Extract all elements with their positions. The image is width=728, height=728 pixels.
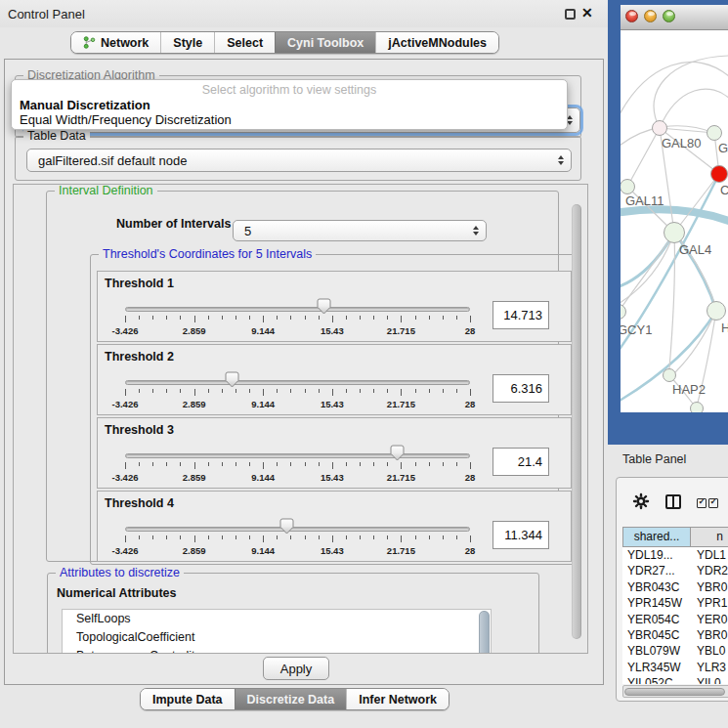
network-window-titlebar[interactable]: [621, 5, 728, 30]
node-label-gal4: GAL4: [679, 242, 711, 257]
tab-style[interactable]: Style: [160, 32, 214, 53]
threshold-value-field[interactable]: 14.713: [492, 301, 549, 329]
checked-checkbox-icon[interactable]: [708, 498, 718, 508]
table-row[interactable]: YDL19...YDL1: [622, 547, 728, 563]
tab-jactivemnodules[interactable]: jActiveMNodules: [375, 32, 498, 53]
slider-tick-label: 28: [465, 472, 476, 483]
apply-button[interactable]: Apply: [263, 657, 329, 680]
cell-name: YDL1: [691, 547, 726, 563]
screen: Control Panel ✕ NetworkStyleSelectCyni T…: [0, 0, 728, 728]
settings-scrollbar[interactable]: [572, 204, 581, 639]
list-item-betweennesscentrality[interactable]: BetweennessCentrality: [63, 647, 491, 654]
close-traffic-light-icon[interactable]: [625, 10, 638, 22]
threshold-value-field[interactable]: 6.316: [492, 374, 549, 403]
cell-shared-name: YLR345W: [622, 660, 691, 675]
slider-tick-label: 2.859: [183, 325, 206, 336]
panel-title: Control Panel: [8, 7, 85, 21]
slider-track[interactable]: [125, 380, 470, 385]
network-canvas[interactable]: GAL80GACGAL11GAL4GCY1HHAP2: [621, 30, 728, 412]
slider-thumb[interactable]: [279, 518, 294, 535]
attributes-group: Attributes to discretize Numerical Attri…: [47, 573, 539, 654]
column-header-shared-name[interactable]: shared...: [622, 527, 691, 547]
cell-shared-name: YBL079W: [622, 643, 691, 659]
slider-ticks: [125, 389, 470, 397]
network-node-gal4[interactable]: [664, 222, 685, 243]
cell-name: YBL0: [691, 643, 725, 659]
cell-name: YPR1: [691, 595, 727, 611]
scrollbar-thumb[interactable]: [624, 688, 725, 696]
zoom-traffic-light-icon[interactable]: [663, 10, 675, 22]
slider-ticks: [125, 462, 470, 470]
number-of-intervals-value: 5: [244, 224, 251, 238]
network-node-ga[interactable]: [707, 125, 722, 141]
close-icon[interactable]: ✕: [581, 5, 593, 21]
popup-option-equal-width-frequency[interactable]: Equal Width/Frequency Discretization: [20, 112, 232, 127]
slider-tick-label: 28: [465, 325, 476, 336]
threshold-row: Threshold 4-3.4262.8599.14415.4321.71528…: [97, 491, 572, 562]
slider-track[interactable]: [125, 453, 470, 458]
table-row[interactable]: YIL052CYIL0: [622, 675, 728, 684]
table-row[interactable]: YDR27...YDR2: [622, 563, 728, 578]
gear-icon[interactable]: [632, 492, 650, 514]
tab-cyni-toolbox[interactable]: Cyni Toolbox: [275, 32, 375, 53]
list-item-topologicalcoefficient[interactable]: TopologicalCoefficient: [63, 628, 491, 647]
table-horizontal-scrollbar[interactable]: [622, 685, 728, 698]
threshold-label: Threshold 2: [105, 350, 174, 364]
popup-option-manual-discretization[interactable]: Manual Discretization: [20, 98, 150, 112]
list-scrollbar[interactable]: [479, 611, 490, 654]
slider-tick-label: 2.859: [183, 545, 206, 556]
threshold-value-field[interactable]: 21.4: [492, 448, 549, 476]
slider-tick-label: 9.144: [251, 325, 275, 336]
network-node-hap2[interactable]: [663, 368, 676, 382]
split-columns-icon[interactable]: [665, 494, 681, 509]
slider-ticks: [125, 535, 470, 543]
table-row[interactable]: YLR345WYLR3: [622, 660, 728, 675]
table-data-combo[interactable]: galFiltered.sif default node: [26, 149, 572, 172]
list-item-selfloops[interactable]: SelfLoops: [63, 610, 491, 628]
checked-checkbox-icon[interactable]: [697, 498, 707, 508]
threshold-row: Threshold 1-3.4262.8599.14415.4321.71528…: [97, 271, 572, 342]
network-node-c[interactable]: [710, 165, 728, 183]
table-row[interactable]: YPR145WYPR1: [622, 595, 728, 611]
tab-select[interactable]: Select: [214, 32, 275, 53]
network-node-h[interactable]: [707, 301, 726, 321]
table-row[interactable]: YBR045CYBR0: [622, 627, 728, 643]
slider-tick-label: 15.43: [321, 399, 344, 409]
node-label-h: H: [721, 321, 728, 335]
number-of-intervals-label: Number of Intervals: [116, 217, 231, 231]
table-body: YDL19...YDL1YDR27...YDR2YBR043CYBR0YPR14…: [622, 547, 728, 684]
threshold-label: Threshold 1: [105, 277, 174, 290]
slider-track[interactable]: [125, 527, 470, 532]
table-panel-title: Table Panel: [622, 452, 686, 466]
table-row[interactable]: YBR043CYBR0: [622, 579, 728, 595]
tab-infer-network[interactable]: Infer Network: [346, 689, 449, 709]
network-node-gal80[interactable]: [652, 120, 667, 136]
tab-impute-data[interactable]: Impute Data: [141, 689, 235, 709]
minimize-traffic-light-icon[interactable]: [644, 10, 657, 22]
network-view-window: GAL80GACGAL11GAL4GCY1HHAP2: [608, 0, 728, 445]
tab-network[interactable]: Network: [71, 32, 160, 53]
slider-track[interactable]: [125, 307, 470, 312]
slider-thumb[interactable]: [225, 371, 239, 388]
slider-tick-label: 15.43: [321, 325, 344, 336]
slider-tick-label: 21.715: [387, 545, 415, 556]
cell-name: YDR2: [691, 563, 728, 578]
column-header-name[interactable]: n: [691, 527, 728, 547]
slider-tick-label: 21.715: [387, 399, 415, 409]
tab-discretize-data[interactable]: Discretize Data: [235, 689, 347, 709]
threshold-value-field[interactable]: 11.344: [492, 521, 549, 549]
slider-thumb[interactable]: [317, 298, 331, 315]
slider-tick-labels: -3.4262.8599.14415.4321.71528: [125, 325, 470, 337]
node-table: shared... n YDL19...YDL1YDR27...YDR2YBR0…: [616, 477, 728, 702]
number-of-intervals-combo[interactable]: 5: [233, 220, 487, 241]
table-row[interactable]: YBL079WYBL0: [622, 643, 728, 659]
slider-tick-labels: -3.4262.8599.14415.4321.71528: [125, 545, 470, 557]
table-row[interactable]: YER054CYER0: [622, 612, 728, 627]
network-node[interactable]: [690, 402, 704, 412]
slider-thumb[interactable]: [390, 445, 405, 461]
slider-tick-labels: -3.4262.8599.14415.4321.71528: [125, 399, 470, 410]
slider-tick-label: 15.43: [321, 545, 344, 556]
slider-tick-labels: -3.4262.8599.14415.4321.71528: [125, 472, 470, 484]
float-window-icon[interactable]: [565, 9, 576, 20]
cyni-toolbox-panel: Discretization Algorithm Select algorith…: [4, 59, 604, 685]
